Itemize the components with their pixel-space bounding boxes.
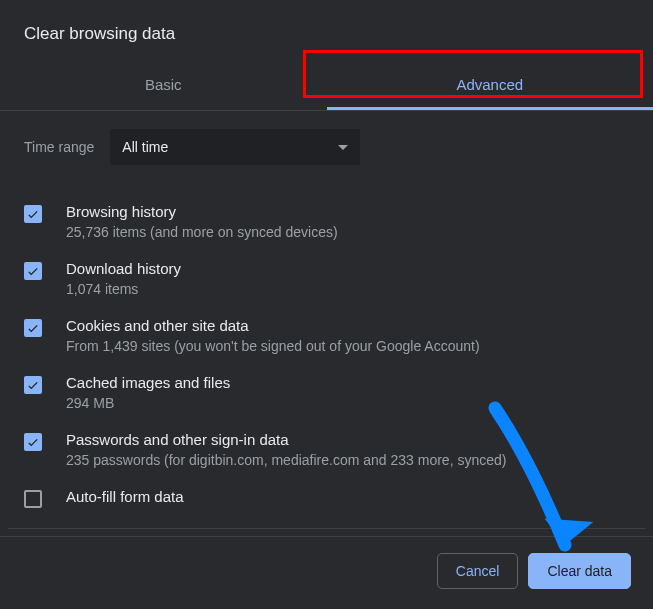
checkbox[interactable] — [24, 433, 42, 451]
item-title: Passwords and other sign-in data — [66, 431, 629, 448]
item-text: Browsing history25,736 items (and more o… — [66, 203, 629, 240]
list-item: Auto-fill form data — [24, 478, 629, 519]
item-title: Auto-fill form data — [66, 488, 629, 505]
tab-advanced[interactable]: Advanced — [327, 62, 654, 110]
item-desc: 25,736 items (and more on synced devices… — [66, 224, 629, 240]
checkbox[interactable] — [24, 319, 42, 337]
item-title: Browsing history — [66, 203, 629, 220]
checkbox[interactable] — [24, 490, 42, 508]
items-list: Browsing history25,736 items (and more o… — [24, 193, 629, 519]
item-text: Download history1,074 items — [66, 260, 629, 297]
time-range-value: All time — [122, 139, 168, 155]
dialog-title: Clear browsing data — [0, 0, 653, 62]
time-range-dropdown[interactable]: All time — [110, 129, 360, 165]
item-text: Passwords and other sign-in data235 pass… — [66, 431, 629, 468]
item-desc: 1,074 items — [66, 281, 629, 297]
list-item: Passwords and other sign-in data235 pass… — [24, 421, 629, 478]
item-title: Download history — [66, 260, 629, 277]
item-desc: From 1,439 sites (you won't be signed ou… — [66, 338, 629, 354]
dropdown-caret-icon — [338, 145, 348, 150]
time-range-label: Time range — [24, 139, 94, 155]
list-item: Browsing history25,736 items (and more o… — [24, 193, 629, 250]
item-text: Cookies and other site dataFrom 1,439 si… — [66, 317, 629, 354]
list-item: Cookies and other site dataFrom 1,439 si… — [24, 307, 629, 364]
item-title: Cookies and other site data — [66, 317, 629, 334]
footer: Cancel Clear data — [0, 536, 653, 609]
checkbox[interactable] — [24, 262, 42, 280]
cancel-button[interactable]: Cancel — [437, 553, 519, 589]
clear-data-button[interactable]: Clear data — [528, 553, 631, 589]
checkbox[interactable] — [24, 205, 42, 223]
content-area: Time range All time Browsing history25,7… — [0, 111, 653, 519]
item-title: Cached images and files — [66, 374, 629, 391]
checkbox[interactable] — [24, 376, 42, 394]
time-range-row: Time range All time — [24, 129, 629, 165]
item-desc: 294 MB — [66, 395, 629, 411]
item-text: Auto-fill form data — [66, 488, 629, 509]
tab-basic[interactable]: Basic — [0, 62, 327, 110]
list-item: Cached images and files294 MB — [24, 364, 629, 421]
item-text: Cached images and files294 MB — [66, 374, 629, 411]
tab-row: Basic Advanced — [0, 62, 653, 111]
item-desc: 235 passwords (for digitbin.com, mediafi… — [66, 452, 629, 468]
divider — [8, 528, 645, 529]
list-item: Download history1,074 items — [24, 250, 629, 307]
